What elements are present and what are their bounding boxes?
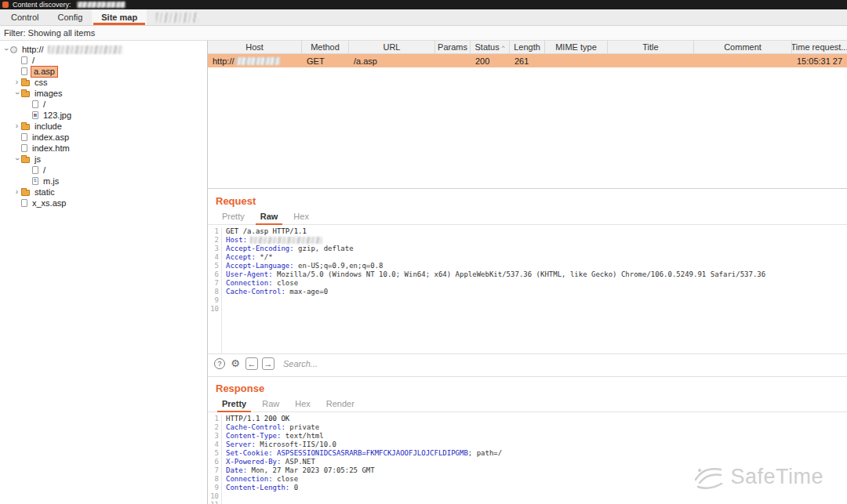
line-number: 9 [208,296,219,305]
search-prev-icon[interactable]: ← [245,357,258,370]
column-header-mime-type[interactable]: MIME type [545,41,608,53]
tree-item-index-htm[interactable]: index.htm [0,143,207,154]
expand-arrow-icon[interactable]: › [13,122,21,130]
tree-item-x-xs-asp[interactable]: x_xs.asp [0,198,207,208]
collapse-arrow-icon[interactable]: › [13,89,21,98]
response-tab-pretty[interactable]: Pretty [214,396,254,412]
tree-item-item[interactable]: / [0,99,207,110]
tree-item-images[interactable]: ›images [0,88,207,99]
cell-text: GET [307,56,325,66]
line-number: 4 [208,441,219,449]
code-segment: Host: [226,236,247,244]
code-lines: HTTP/1.1 200 OKCache-Control: privateCon… [222,415,847,504]
code-segment: HTTP/1.1 200 OK [226,415,289,422]
expand-arrow-icon[interactable]: › [13,188,21,196]
line-number: 7 [208,279,219,288]
folder-icon [21,124,30,130]
search-next-icon[interactable]: → [262,357,274,370]
request-toolbar: ? ⚙ ← → [208,354,847,372]
right-panel: HostMethodURLParamsStatus^LengthMIME typ… [208,41,847,504]
tree-item-http[interactable]: ›http:// [0,44,207,55]
sort-indicator-icon: ^ [502,44,505,51]
sitemap-tree: ›http:///a.asp›css›images/123.jpg›includ… [0,41,208,504]
column-header-comment[interactable]: Comment [694,41,792,53]
response-tab-render[interactable]: Render [318,396,362,412]
code-segment: gzip, deflate [294,245,354,252]
collapse-arrow-icon[interactable]: › [2,45,10,54]
column-label: Status [475,42,500,52]
request-tab-raw[interactable]: Raw [253,208,286,224]
tree-item-a-asp[interactable]: a.asp [0,66,207,77]
cell-url: /a.asp [349,54,435,67]
cell-time-request: 15:05:31 27 3... [792,54,845,67]
filter-bar[interactable]: Filter: Showing all items [0,26,847,41]
column-header-params[interactable]: Params [435,41,471,53]
code-segment: text/html [281,432,323,440]
file-icon [21,133,27,141]
table-header: HostMethodURLParamsStatus^LengthMIME typ… [208,41,847,54]
cell-status: 200 [471,54,510,67]
column-header-method[interactable]: Method [302,41,349,53]
tree-item-item[interactable]: / [0,55,207,66]
folder-icon [21,190,30,196]
code-segment: Date: [226,466,247,474]
request-tab-hex[interactable]: Hex [285,208,317,224]
code-segment: Mon, 27 Mar 2023 07:05:25 GMT [247,466,375,474]
column-header-status[interactable]: Status^ [471,41,510,53]
settings-gear-icon[interactable]: ⚙ [229,357,242,370]
code-line: GET /a.asp HTTP/1.1 [226,227,847,236]
column-label: Length [514,42,540,52]
code-segment: ASP.NET [281,458,314,466]
code-segment: User-Agent: [226,270,273,278]
file-icon [21,144,27,152]
collapse-arrow-icon[interactable]: › [13,155,21,164]
line-number: 10 [208,492,219,501]
folder-icon [21,157,30,163]
tree-item-label: index.htm [31,143,71,154]
main-area: ›http:///a.asp›css›images/123.jpg›includ… [0,41,847,504]
response-tab-raw[interactable]: Raw [254,396,287,412]
tab-control[interactable]: Control [2,9,48,25]
response-editor[interactable]: 1234567891011HTTP/1.1 200 OKCache-Contro… [208,412,847,504]
code-segment: ASPSESSIONIDCSASRARB=FKMFCKJAOOFJLOJCFLD… [273,449,468,457]
code-segment: close [273,475,299,483]
table-row[interactable]: http://GET/a.asp20026115:05:31 27 3... [208,54,847,67]
cell-text: /a.asp [354,56,377,66]
line-number: 5 [208,262,219,270]
cell-length: 261 [510,54,545,67]
column-header-time-request[interactable]: Time request... [792,41,847,53]
column-label: Host [245,42,264,52]
tree-item-123-jpg[interactable]: 123.jpg [0,110,207,121]
tree-item-static[interactable]: ›static [0,187,207,198]
line-numbers: 12345678910 [208,227,222,354]
cell-params [435,54,471,67]
tree-item-index-asp[interactable]: index.asp [0,132,207,143]
code-line: Cache-Control: max-age=0 [226,288,847,296]
tree-item-item[interactable]: / [0,165,207,176]
response-tab-hex[interactable]: Hex [287,396,318,412]
help-icon[interactable]: ? [214,358,225,369]
request-panel: Request PrettyRawHex 12345678910GET /a.a… [208,190,847,372]
column-header-title[interactable]: Title [608,41,694,53]
tab-site-map[interactable]: Site map [92,9,147,25]
tab-config[interactable]: Config [48,9,92,25]
code-segment: Content-Type: [226,432,281,440]
line-number: 11 [208,501,219,504]
tree-item-css[interactable]: ›css [0,77,207,88]
tree-item-m-js[interactable]: m.js [0,176,207,187]
expand-arrow-icon[interactable]: › [13,78,21,86]
tree-item-label: index.asp [31,132,71,143]
column-header-host[interactable]: Host [208,41,302,53]
tree-item-include[interactable]: ›include [0,121,207,132]
column-header-url[interactable]: URL [349,41,435,53]
tree-item-js[interactable]: ›js [0,154,207,165]
request-tab-pretty[interactable]: Pretty [214,208,253,224]
request-editor[interactable]: 12345678910GET /a.asp HTTP/1.1Host:Accep… [208,225,847,354]
column-header-length[interactable]: Length [510,41,545,53]
window-titlebar: Content discovery: [0,0,847,9]
search-input[interactable] [283,359,456,368]
column-label: Comment [724,42,762,52]
code-segment: Server: [226,441,256,448]
tree-item-label: x_xs.asp [31,198,67,208]
folder-icon [21,91,30,97]
